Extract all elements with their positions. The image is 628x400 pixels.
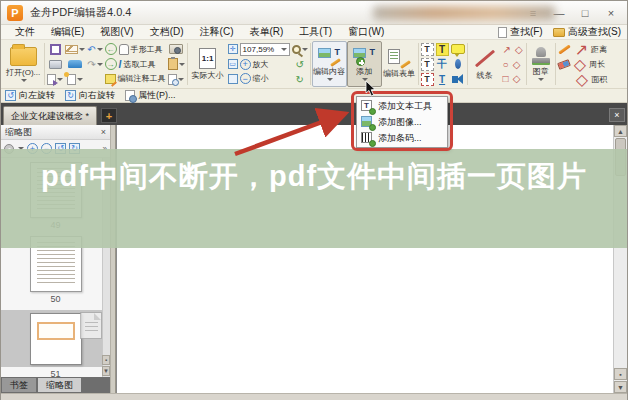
polygon-tool-button[interactable]: ◇	[514, 42, 524, 56]
page-thumbnail-selected[interactable]	[30, 313, 82, 365]
edit-form-button[interactable]: 编辑表单	[382, 41, 417, 87]
open-folder-icon	[10, 47, 37, 66]
text-callout-tool-button[interactable]: T	[420, 57, 435, 71]
undo-icon: ↶	[87, 44, 95, 55]
document-close-button[interactable]: ×	[609, 108, 625, 122]
email-icon	[65, 45, 78, 54]
zoom-level-select[interactable]: 107,59%	[239, 42, 291, 57]
select-icon: I	[119, 59, 122, 70]
snapshot-button[interactable]	[167, 42, 186, 56]
email-button[interactable]	[64, 42, 86, 56]
redo-icon: ↷	[87, 59, 95, 70]
doc-search-icon	[168, 74, 177, 85]
rotate-left-button[interactable]: ↺向左旋转	[5, 89, 55, 102]
paste-button[interactable]	[167, 57, 186, 71]
actual-size-icon: 1:1	[199, 48, 216, 69]
new-tab-button[interactable]: +	[101, 108, 117, 123]
menu-tools[interactable]: 工具(T)	[291, 25, 340, 39]
fit-width-button[interactable]: ▭	[227, 57, 239, 71]
zoom-out-button[interactable]: − 缩小	[239, 71, 291, 86]
strikethrough-text-button[interactable]: 干	[435, 57, 450, 71]
zoom-value: 107,59%	[243, 45, 275, 54]
annotation-arrow	[229, 103, 355, 159]
overlay-title-banner: pdf中间不断开，pdf文件中间插一页图片	[1, 149, 627, 248]
properties-button[interactable]: 属性(P)...	[125, 89, 176, 102]
document-tab[interactable]: 企业文化建设概念 *	[3, 106, 97, 125]
properties-icon	[125, 90, 135, 101]
zoom-in-button[interactable]: + 放大	[239, 57, 291, 72]
rotate-view-left-button[interactable]: ↺	[291, 57, 309, 71]
menu-window[interactable]: 窗口(W)	[340, 25, 392, 39]
close-button[interactable]: ×	[601, 5, 621, 21]
annotation-highlight-box	[351, 91, 453, 151]
undo-button[interactable]: ↶	[86, 42, 103, 56]
edit-content-icon: T	[317, 47, 341, 65]
edit-annotation-tool-button[interactable]: 编辑注释工具	[104, 71, 167, 86]
stamp-button[interactable]: 图章	[528, 41, 554, 87]
underline-text-button[interactable]: T	[435, 72, 450, 86]
eraser-tool-button[interactable]	[557, 58, 571, 72]
fit-visible-button[interactable]	[227, 72, 239, 86]
back-icon[interactable]: ←	[105, 43, 117, 55]
forward-icon[interactable]: →	[105, 58, 117, 70]
attachment-icon	[455, 59, 461, 69]
search-doc-button[interactable]	[167, 72, 186, 86]
rotate-view-right-button[interactable]: ↻	[291, 72, 309, 86]
scan-button[interactable]	[64, 57, 86, 71]
menu-edit[interactable]: 编辑(E)	[43, 25, 92, 39]
save-icon	[50, 44, 61, 55]
rotate-right-button[interactable]: ↻向右旋转	[65, 89, 115, 102]
secondary-toolbar: ↺向左旋转 ↻向右旋转 属性(P)...	[1, 89, 627, 103]
line-tool-button[interactable]: 线条	[469, 41, 501, 87]
drag-page-ghost-icon	[80, 312, 102, 339]
menu-file[interactable]: 文件	[7, 25, 43, 39]
panel-close-icon[interactable]: ×	[101, 127, 106, 137]
open-button[interactable]: 打开(O)...	[3, 41, 43, 87]
magnifier-button[interactable]	[291, 42, 309, 56]
menu-view[interactable]: 视图(V)	[92, 25, 141, 39]
find-button[interactable]: 查找(F)	[498, 25, 543, 39]
attach-button[interactable]	[450, 57, 466, 71]
add-icon: T	[352, 47, 376, 65]
area-tool-button[interactable]: ◇面积	[576, 72, 607, 87]
zoom-out-icon: −	[240, 73, 251, 84]
sound-annotation-button[interactable]	[450, 72, 466, 86]
fit-page-icon: ✛	[228, 44, 238, 54]
text-box-tool-button[interactable]: T	[420, 42, 435, 56]
new-page-button[interactable]	[64, 72, 86, 86]
eraser-icon	[557, 59, 571, 70]
tab-thumbnails[interactable]: 缩略图	[38, 378, 81, 392]
rectangle-tool-button[interactable]: □	[502, 72, 510, 86]
page-number: 51	[1, 369, 110, 377]
menu-document[interactable]: 文档(D)	[142, 25, 192, 39]
edit-content-button[interactable]: T 编辑内容	[312, 41, 347, 87]
arrow-tool-button[interactable]: ↗	[502, 42, 512, 56]
pencil-tool-button[interactable]	[557, 43, 572, 57]
text-frame-tool-button[interactable]: T	[420, 72, 435, 86]
advanced-find-button[interactable]: 高级查找(S)	[553, 25, 621, 39]
fit-page-button[interactable]: ✛	[227, 42, 239, 56]
select-tool-button[interactable]: → I 选取工具	[104, 57, 167, 72]
panel-bottom-tabs: 书签 缩略图	[1, 377, 110, 393]
maximize-button[interactable]: □	[575, 5, 595, 21]
menu-form[interactable]: 表单(R)	[241, 25, 291, 39]
page-number: 50	[1, 294, 110, 304]
pentagon-tool-button[interactable]: ◇	[512, 57, 522, 71]
cloud-tool-button[interactable]: ◇	[512, 72, 522, 86]
actual-size-button[interactable]: 1:1 实际大小	[189, 41, 227, 87]
find-icon	[498, 27, 507, 38]
tab-bookmarks[interactable]: 书签	[2, 378, 36, 392]
save-button[interactable]	[46, 42, 64, 56]
highlight-text-button[interactable]: T	[435, 42, 450, 56]
redo-button[interactable]: ↷	[86, 57, 103, 71]
print-button[interactable]	[46, 57, 64, 71]
magnifier-icon	[292, 45, 301, 54]
hand-tool-button[interactable]: ← 手形工具	[104, 42, 167, 57]
ellipse-tool-button[interactable]: ○	[502, 57, 510, 71]
clipboard-icon	[168, 58, 178, 70]
menu-annotation[interactable]: 注释(C)	[192, 25, 242, 39]
speaker-icon	[452, 76, 458, 83]
hand-icon	[119, 44, 129, 55]
comment-button[interactable]	[450, 42, 466, 56]
export-button[interactable]	[46, 72, 64, 86]
